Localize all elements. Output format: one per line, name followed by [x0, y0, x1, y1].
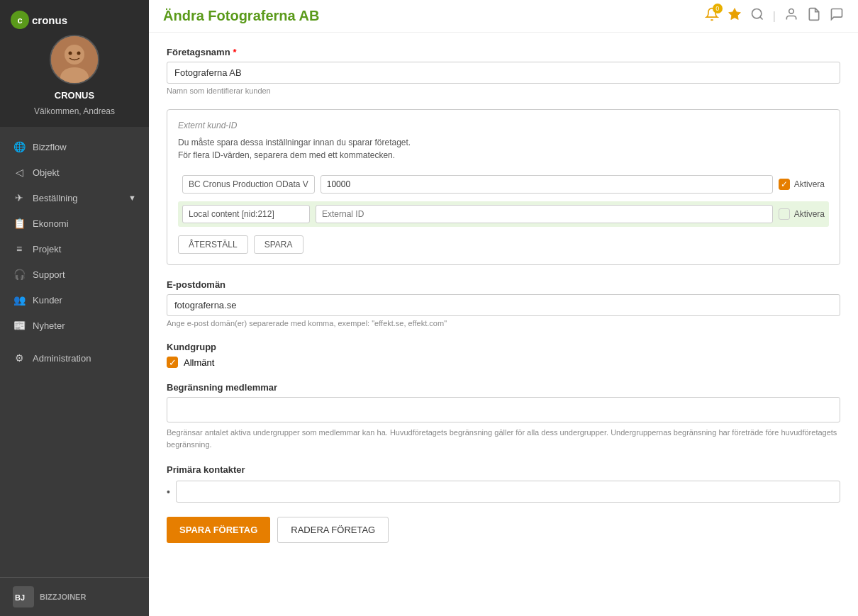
- order-icon: ✈: [13, 192, 26, 203]
- sidebar-item-label: Ekonomi: [33, 218, 69, 229]
- svg-marker-10: [729, 9, 741, 20]
- news-icon: 📰: [13, 320, 26, 331]
- sidebar-item-projekt[interactable]: ≡ Projekt: [0, 236, 149, 262]
- form-footer: SPARA FÖRETAG RADERA FÖRETAG: [167, 517, 840, 564]
- ext-id-title: Externt kund-ID: [178, 121, 829, 130]
- sidebar-item-label: Support: [33, 269, 65, 280]
- sidebar-item-support[interactable]: 🎧 Support: [0, 262, 149, 287]
- aktivera-checkbox-2[interactable]: [779, 208, 790, 220]
- logo[interactable]: c cronus: [11, 11, 74, 29]
- top-bar-icons: 0 |: [705, 7, 844, 25]
- members-limit-hint: Begränsar antalet aktiva undergrupper so…: [167, 427, 840, 450]
- save-ext-button[interactable]: SPARA: [254, 235, 303, 254]
- email-domain-label: E-postdomän: [167, 279, 840, 290]
- ext-id-actions: ÅTERSTÄLL SPARA: [178, 235, 829, 254]
- svg-text:BJ: BJ: [15, 593, 25, 602]
- ext-id-row-2: Local content [nid:212] Aktivera: [178, 201, 829, 227]
- svg-text:cronus: cronus: [32, 14, 67, 26]
- bullet-icon: •: [167, 486, 170, 498]
- avatar: [50, 35, 99, 84]
- user-profile-button[interactable]: [784, 7, 798, 25]
- gear-icon: ⚙: [13, 352, 26, 364]
- customers-icon: 👥: [13, 294, 26, 306]
- sidebar-footer: BJ BIZZJOINER: [0, 577, 149, 616]
- save-company-button[interactable]: SPARA FÖRETAG: [167, 517, 270, 543]
- notification-bell-button[interactable]: 0: [705, 7, 719, 25]
- kundgrupp-label: Kundgrupp: [167, 342, 840, 352]
- sidebar-item-bizzflow[interactable]: 🌐 Bizzflow: [0, 134, 149, 159]
- page-title: Ändra Fotograferna AB: [163, 8, 319, 24]
- sidebar-item-label: Nyheter: [33, 320, 65, 331]
- aktivera-row-2: Aktivera: [779, 208, 825, 220]
- sidebar-nav: 🌐 Bizzflow ◁ Objekt ✈ Beställning ▼ 📋 Ek…: [0, 127, 149, 577]
- sidebar-item-label: Bizzflow: [33, 142, 67, 152]
- ext-id-value-input-1[interactable]: [321, 175, 773, 194]
- sidebar-item-label: Administration: [33, 353, 91, 364]
- company-name-group: Företagsnamn * Namn som identifierar kun…: [167, 47, 840, 95]
- svg-point-6: [69, 52, 72, 55]
- members-limit-group: Begränsning medlemmar Begränsar antalet …: [167, 382, 840, 450]
- ext-id-source-2: Local content [nid:212]: [182, 205, 310, 223]
- sidebar-item-ekonomi[interactable]: 📋 Ekonomi: [0, 211, 149, 236]
- email-domain-group: E-postdomän Ange e-post domän(er) separe…: [167, 279, 840, 327]
- kundgrupp-group: Kundgrupp ✓ Allmänt: [167, 342, 840, 368]
- aktivera-label-1: Aktivera: [794, 179, 825, 189]
- external-id-box: Externt kund-ID Du måste spara dessa ins…: [167, 109, 840, 265]
- star-button[interactable]: [728, 7, 742, 25]
- primary-contacts-group: Primära kontakter •: [167, 464, 840, 503]
- svg-point-13: [789, 9, 794, 14]
- sidebar-username: CRONUS: [55, 90, 94, 101]
- kundgrupp-checkbox[interactable]: ✓: [167, 357, 178, 368]
- aktivera-row-1: ✓ Aktivera: [779, 179, 825, 190]
- members-limit-input[interactable]: [167, 397, 840, 422]
- ext-id-info: Du måste spara dessa inställningar innan…: [178, 136, 829, 162]
- company-name-label: Företagsnamn *: [167, 47, 840, 57]
- svg-point-7: [77, 52, 81, 55]
- required-star: *: [233, 47, 237, 57]
- sidebar-header: c cronus CRONUS Välkommen, Andreas: [0, 0, 149, 127]
- ext-id-value-input-2[interactable]: [316, 205, 773, 223]
- sidebar: c cronus CRONUS Välkommen, Andreas 🌐: [0, 0, 149, 616]
- svg-text:c: c: [17, 15, 22, 26]
- aktivera-label-2: Aktivera: [794, 209, 825, 219]
- delete-company-button[interactable]: RADERA FÖRETAG: [277, 517, 389, 543]
- top-bar: Ändra Fotograferna AB 0 |: [149, 0, 858, 33]
- aktivera-checkbox-1[interactable]: ✓: [779, 179, 790, 190]
- sidebar-item-label: Projekt: [33, 244, 61, 254]
- support-icon: 🎧: [13, 269, 26, 280]
- project-icon: ≡: [13, 243, 26, 254]
- sidebar-item-kunder[interactable]: 👥 Kunder: [0, 287, 149, 313]
- sidebar-item-label: Beställning: [33, 193, 78, 203]
- members-limit-label: Begränsning medlemmar: [167, 382, 840, 393]
- document-button[interactable]: [807, 7, 821, 25]
- company-name-hint: Namn som identifierar kunden: [167, 86, 840, 95]
- object-icon: ◁: [13, 167, 26, 178]
- svg-point-11: [752, 9, 761, 18]
- footer-label: BIZZJOINER: [40, 593, 86, 601]
- main-content: Ändra Fotograferna AB 0 |: [149, 0, 858, 616]
- economy-icon: 📋: [13, 218, 26, 229]
- ext-id-row-1: BC Cronus Production OData V ✓ Aktivera: [178, 172, 829, 197]
- kundgrupp-row: ✓ Allmänt: [167, 357, 840, 368]
- search-button[interactable]: [750, 7, 764, 25]
- kundgrupp-option: Allmänt: [184, 357, 214, 368]
- svg-line-12: [760, 17, 763, 20]
- reset-button[interactable]: ÅTERSTÄLL: [178, 235, 248, 254]
- sidebar-item-objekt[interactable]: ◁ Objekt: [0, 159, 149, 185]
- sidebar-item-administration[interactable]: ⚙ Administration: [0, 345, 149, 371]
- primary-contact-input[interactable]: [176, 481, 840, 503]
- divider: |: [773, 10, 776, 23]
- sidebar-item-label: Kunder: [33, 295, 62, 306]
- notification-badge: 0: [713, 4, 723, 13]
- company-name-input[interactable]: [167, 62, 840, 84]
- form-area: Företagsnamn * Namn som identifierar kun…: [149, 33, 858, 616]
- globe-icon: 🌐: [13, 141, 26, 152]
- chevron-down-icon: ▼: [128, 194, 136, 202]
- sidebar-welcome: Välkommen, Andreas: [34, 106, 115, 116]
- primara-row: •: [167, 481, 840, 503]
- chat-button[interactable]: [830, 7, 844, 25]
- email-domain-input[interactable]: [167, 294, 840, 316]
- sidebar-item-nyheter[interactable]: 📰 Nyheter: [0, 313, 149, 338]
- ext-id-source-1: BC Cronus Production OData V: [182, 175, 315, 194]
- sidebar-item-bestallning[interactable]: ✈ Beställning ▼: [0, 185, 149, 211]
